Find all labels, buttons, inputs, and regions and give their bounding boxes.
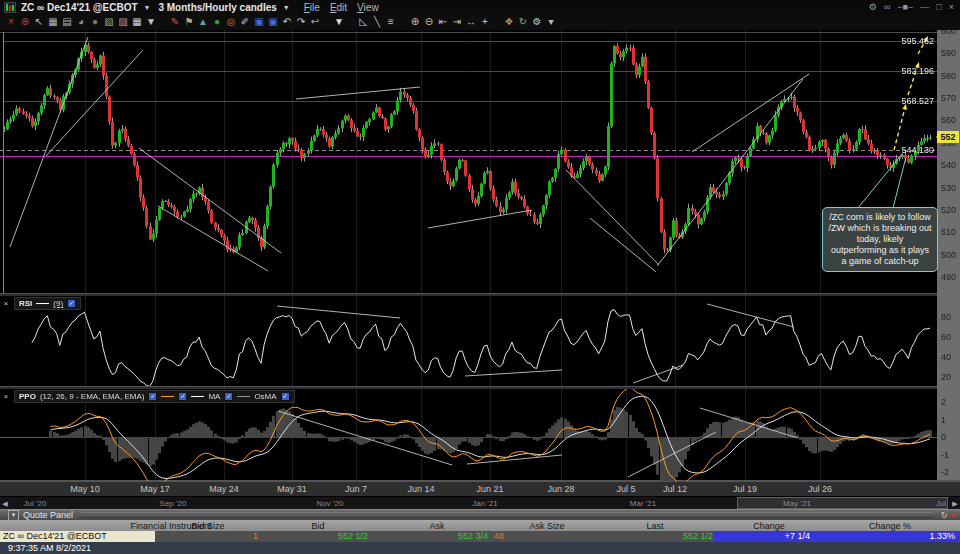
more-dropdown-icon[interactable]: ▾: [544, 15, 558, 29]
ppo-legend-checkbox[interactable]: ✓: [281, 392, 290, 401]
pin-icon[interactable]: −■−: [897, 2, 913, 12]
ruler-icon[interactable]: ◺: [356, 15, 370, 29]
wrench-icon[interactable]: ⚙: [530, 15, 544, 29]
scrollbar-thumb[interactable]: [737, 497, 948, 509]
quote-bid: 552 1/2: [288, 531, 368, 542]
undo-icon[interactable]: ↶: [280, 15, 294, 29]
pie-icon[interactable]: ◕: [74, 15, 88, 29]
menu-file[interactable]: File: [304, 2, 320, 13]
move-icon[interactable]: +: [478, 15, 492, 29]
panel-blue-icon[interactable]: ▣: [252, 15, 266, 29]
flag-tool-icon[interactable]: ⚑: [182, 15, 196, 29]
quote-col-ask-size[interactable]: Ask Size: [529, 521, 564, 531]
ppo-legend-line-icon: [191, 396, 204, 397]
scroll-period-label: Jan '21: [472, 499, 498, 508]
sphere-icon[interactable]: ●: [88, 15, 102, 29]
ppo-legend-line-icon: [237, 396, 250, 397]
sphere-green-icon[interactable]: ●: [210, 15, 224, 29]
pan-icon[interactable]: ↔: [464, 15, 478, 29]
chart-window: ZC ∞ Dec14'21 @ECBOT ▼ 3 Months/Hourly c…: [0, 0, 960, 554]
scroll-period-label: Jul '20: [24, 499, 47, 508]
quote-col-last[interactable]: Last: [646, 521, 663, 531]
jump-start-icon[interactable]: ⇤: [436, 15, 450, 29]
rsi-close-icon[interactable]: ×: [2, 299, 10, 308]
settings-icon[interactable]: ⚙: [869, 2, 877, 12]
date-tick: May 17: [140, 484, 170, 494]
maximize-icon[interactable]: □: [936, 2, 941, 12]
ppo-label-row: × PPO (12, 26, 9 - EMA, EMA, EMA) ✓ ✓MA✓…: [2, 390, 295, 403]
quote-panel-collapse-icon[interactable]: ▼: [8, 510, 19, 521]
zoom-out-icon[interactable]: ⊖: [422, 15, 436, 29]
draw-disabled-icon[interactable]: ✎: [168, 15, 182, 29]
date-tick: Jul 12: [663, 484, 687, 494]
scroll-right-icon[interactable]: ▶: [950, 498, 960, 509]
panel-blue-alt-icon[interactable]: ▣: [266, 15, 280, 29]
quote-column-headers: Financial InstrumentBid SizeBidAskAsk Si…: [0, 520, 960, 531]
quote-close-icon[interactable]: ×: [951, 511, 956, 520]
scroll-period-label: Mar '21: [630, 499, 656, 508]
annotation-callout[interactable]: /ZC corn is likely to follow /ZW which i…: [822, 207, 938, 272]
ppo-close-icon[interactable]: ×: [2, 392, 10, 401]
status-bar: 9:37:35 AM 8/2/2021: [0, 542, 960, 554]
rsi-settings-icon[interactable]: ✓: [67, 299, 76, 308]
grid-view-icon[interactable]: ▦: [46, 15, 60, 29]
timeframe-dropdown-icon[interactable]: ▼: [283, 4, 290, 11]
quote-col-bid-size[interactable]: Bid Size: [191, 521, 224, 531]
ppo-legend: ✓MA✓OsMA✓: [161, 392, 289, 401]
close-chart-icon[interactable]: ×: [4, 15, 18, 29]
date-tick: May 31: [277, 484, 307, 494]
layout-grid-icon[interactable]: ▦: [130, 15, 144, 29]
quote-change: +7 1/4: [730, 531, 810, 542]
close-icon[interactable]: ×: [949, 2, 954, 12]
jump-end-icon[interactable]: ⇥: [450, 15, 464, 29]
ppo-legend-line-icon: [161, 396, 174, 397]
drafting-tool-icon[interactable]: ✐: [238, 15, 252, 29]
pyramid-tool-icon[interactable]: ▲: [196, 15, 210, 29]
clock: 9:37:35 AM 8/2/2021: [8, 543, 91, 553]
crosshair-tool-icon[interactable]: ⊕: [18, 15, 32, 29]
multiline-tool-icon[interactable]: ≡: [384, 15, 398, 29]
image-alt-icon[interactable]: ▨: [116, 15, 130, 29]
date-tick: Jun 28: [547, 484, 574, 494]
scroll-period-label: May '21: [783, 499, 811, 508]
symbol-selector[interactable]: ZC ∞ Dec14'21 @ECBOT: [21, 2, 138, 13]
quote-instrument[interactable]: ZC ∞ Dec14'21 @ECBOT: [0, 531, 155, 542]
quote-col-change[interactable]: Change: [753, 521, 785, 531]
drawing-toolbar: ×⊕↖▦▤◕●▧▨▦▼✎⚑▲●◎✐▣▣↶↷↩▼◺╲≡⊕⊖⇤⇥↔+❖↻⚙▾: [0, 14, 960, 30]
palette-icon[interactable]: ❖: [502, 15, 516, 29]
minimize-icon[interactable]: —: [920, 2, 929, 12]
quote-ask: 552 3/4: [408, 531, 488, 542]
refresh-icon[interactable]: ↻: [516, 15, 530, 29]
ppo-settings-icon[interactable]: ✓: [148, 392, 157, 401]
quote-row[interactable]: ZC ∞ Dec14'21 @ECBOT 1 552 1/2 552 3/4 4…: [0, 531, 960, 542]
pages-icon[interactable]: ▤: [60, 15, 74, 29]
symbol-dropdown-icon[interactable]: ▼: [144, 4, 151, 11]
line-tool-icon[interactable]: ╲: [370, 15, 384, 29]
tools-dropdown-icon[interactable]: ▼: [332, 15, 346, 29]
ppo-legend-checkbox[interactable]: ✓: [178, 392, 187, 401]
redo-icon[interactable]: ↷: [294, 15, 308, 29]
menu-view[interactable]: View: [357, 2, 379, 13]
rsi-label-row: × RSI (9) ✓: [2, 297, 81, 310]
layout-dropdown-icon[interactable]: ▼: [144, 15, 158, 29]
ppo-label: PPO: [19, 392, 36, 401]
timeframe-selector[interactable]: 3 Months/Hourly candles: [158, 2, 276, 13]
quote-refresh-icon[interactable]: ↻: [941, 511, 948, 520]
back-icon[interactable]: ↩: [308, 15, 322, 29]
price-chart-canvas[interactable]: [0, 30, 960, 481]
compass-tool-icon[interactable]: ◎: [224, 15, 238, 29]
ppo-legend-checkbox[interactable]: ✓: [224, 392, 233, 401]
time-scrollbar[interactable]: ◀ ▶ Jul '20Sep '20Nov '20Jan '21Mar '21M…: [0, 496, 960, 510]
date-tick: Jun 7: [345, 484, 367, 494]
scroll-left-icon[interactable]: ◀: [0, 498, 10, 509]
quote-panel-rule: [81, 512, 933, 518]
quote-col-ask[interactable]: Ask: [429, 521, 444, 531]
pointer-tool-icon[interactable]: ↖: [32, 15, 46, 29]
menu-edit[interactable]: Edit: [330, 2, 347, 13]
zoom-in-icon[interactable]: ⊕: [408, 15, 422, 29]
image-icon[interactable]: ▧: [102, 15, 116, 29]
quote-col-bid[interactable]: Bid: [311, 521, 324, 531]
quote-panel-title: Quote Panel: [23, 510, 73, 520]
quote-col-change-[interactable]: Change %: [869, 521, 911, 531]
link-icon[interactable]: ∞: [884, 2, 890, 12]
